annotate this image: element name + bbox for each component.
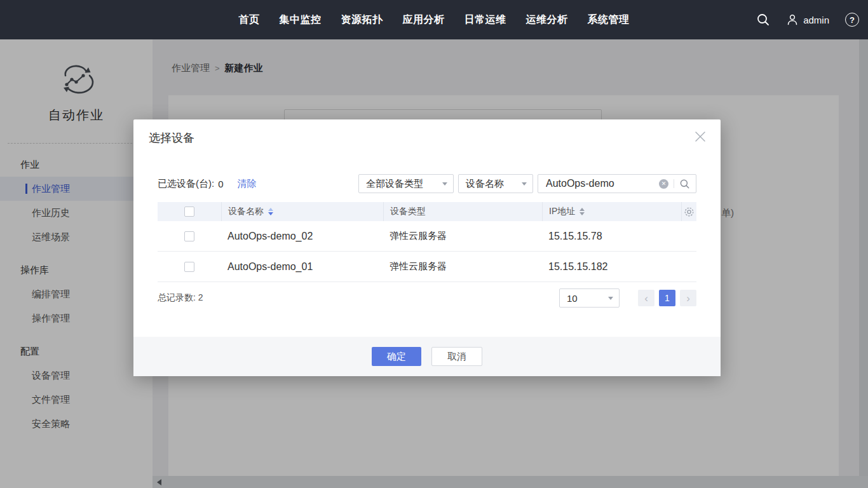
cancel-button[interactable]: 取消 [431,347,482,366]
total-records: 总记录数: 2 [158,292,203,304]
select-device-dialog: 选择设备 已选设备(台): 0 清除 全部设备类型 设备名称 ✕ [133,119,721,376]
page-size-value: 10 [567,293,578,304]
column-label: IP地址 [549,206,575,217]
prev-page-button[interactable]: ‹ [638,290,654,306]
pager: ‹ 1 › [638,290,696,306]
input-divider [674,179,674,188]
nav-item-app-analysis[interactable]: 应用分析 [403,13,445,27]
cell-ip: 15.15.15.78 [542,231,681,242]
column-header-device-name[interactable]: 设备名称 [221,202,383,221]
close-icon[interactable] [693,129,708,144]
nav-item-daily-ops[interactable]: 日常运维 [465,13,506,27]
device-type-select-value: 全部设备类型 [366,178,423,190]
search-submit-icon[interactable] [679,179,690,189]
cell-device-type: 弹性云服务器 [383,261,542,273]
user-menu[interactable]: admin [786,13,829,26]
main-menu: 首页 集中监控 资源拓扑 应用分析 日常运维 运维分析 系统管理 [239,0,630,39]
chevron-down-icon [608,297,613,300]
sort-icon[interactable] [580,208,585,215]
column-header-ip[interactable]: IP地址 [542,202,681,221]
selected-devices-count: 0 [218,179,223,189]
column-label: 设备名称 [228,206,264,217]
search-field-select[interactable]: 设备名称 [458,174,533,193]
user-icon [786,13,799,26]
clear-input-icon[interactable]: ✕ [659,179,668,189]
table-row: AutoOps-demo_02 弹性云服务器 15.15.15.78 [158,221,696,252]
page-size-select[interactable]: 10 [559,288,620,308]
device-type-select[interactable]: 全部设备类型 [358,174,454,193]
total-records-count: 2 [198,292,203,302]
table-header-row: 设备名称 设备类型 IP地址 [158,202,696,221]
column-settings-gear-icon[interactable] [684,207,695,217]
row-checkbox[interactable] [184,231,194,241]
chevron-down-icon [522,182,527,186]
search-field-select-value: 设备名称 [466,178,504,190]
device-table: 设备名称 设备类型 IP地址 AutoOps-demo_02 弹性云服务器 15… [158,202,696,282]
dialog-title: 选择设备 [149,130,194,146]
row-checkbox[interactable] [184,262,194,272]
next-page-button[interactable]: › [680,290,696,306]
dialog-footer: 确定 取消 [133,337,721,376]
total-records-label: 总记录数: [158,292,196,302]
selected-devices-info: 已选设备(台): 0 清除 [158,178,257,190]
selected-devices-label: 已选设备(台): [158,178,214,190]
device-search-box: ✕ [538,174,696,193]
filter-controls: 全部设备类型 设备名称 ✕ [358,174,696,193]
column-label: 设备类型 [390,206,426,217]
nav-item-home[interactable]: 首页 [239,13,260,27]
chevron-down-icon [442,182,447,186]
cell-device-name: AutoOps-demo_02 [221,231,383,242]
help-icon[interactable]: ? [845,13,859,27]
nav-item-system-mgmt[interactable]: 系统管理 [588,13,630,27]
device-search-input[interactable] [546,178,654,189]
cell-ip: 15.15.15.182 [542,261,681,273]
nav-item-ops-analysis[interactable]: 运维分析 [526,13,568,27]
select-all-checkbox[interactable] [184,207,194,217]
confirm-button[interactable]: 确定 [372,347,421,366]
pagination-bar: 总记录数: 2 10 ‹ 1 › [158,282,696,314]
clear-selection-link[interactable]: 清除 [238,178,257,190]
dialog-toolbar: 已选设备(台): 0 清除 全部设备类型 设备名称 ✕ [158,174,696,193]
username: admin [803,15,829,25]
top-navigation-bar: 首页 集中监控 资源拓扑 应用分析 日常运维 运维分析 系统管理 admin ? [0,0,868,39]
column-settings-cell [681,202,696,221]
nav-item-topology[interactable]: 资源拓扑 [341,13,383,27]
pagination-controls: 10 ‹ 1 › [559,288,696,308]
topbar-right-cluster: admin ? [756,0,859,39]
table-row: AutoOps-demo_01 弹性云服务器 15.15.15.182 [158,252,696,282]
sort-icon[interactable] [268,208,273,215]
page-button-1[interactable]: 1 [659,290,675,306]
nav-item-monitoring[interactable]: 集中监控 [280,13,322,27]
cell-device-type: 弹性云服务器 [383,230,542,242]
select-all-cell [158,202,221,221]
cell-device-name: AutoOps-demo_01 [221,261,383,273]
search-icon[interactable] [756,13,770,27]
column-header-device-type: 设备类型 [383,202,542,221]
